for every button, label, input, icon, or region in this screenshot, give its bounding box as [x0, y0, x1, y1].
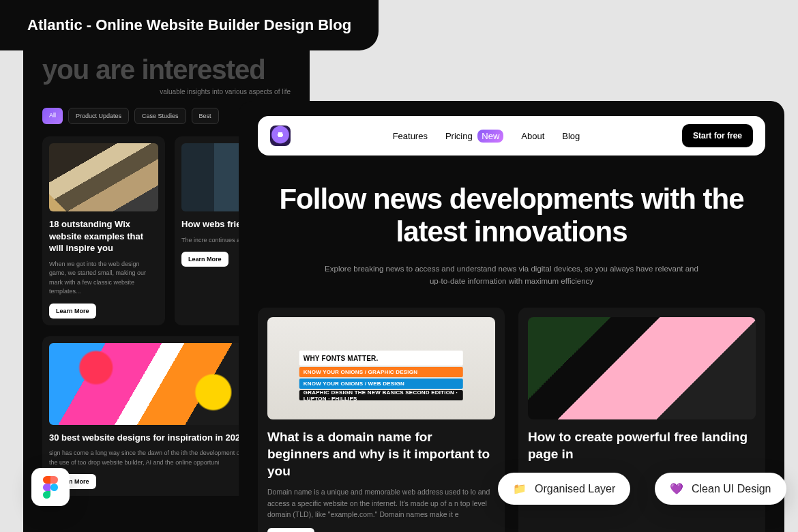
book-spine: WHY FONTS MATTER.	[299, 351, 463, 366]
nav-about[interactable]: About	[521, 131, 544, 141]
learn-more-button[interactable]: Learn More	[267, 528, 314, 532]
pill-label: Clean UI Design	[692, 483, 771, 495]
article-card: WHY FONTS MATTER. KNOW YOUR ONIONS / GRA…	[258, 308, 505, 532]
article-thumbnail: WHY FONTS MATTER. KNOW YOUR ONIONS / GRA…	[267, 317, 495, 419]
article-title: What is a domain name for beginners and …	[267, 429, 495, 479]
card-excerpt: When we got into the web design game, we…	[49, 260, 158, 297]
start-for-free-button[interactable]: Start for free	[682, 124, 753, 147]
left-hero-fragment: you are interested	[42, 55, 291, 85]
nav-blog[interactable]: Blog	[562, 131, 580, 141]
filter-product-updates[interactable]: Product Updates	[68, 108, 129, 124]
hero-heading: Follow news developments with the latest…	[258, 183, 765, 249]
learn-more-button[interactable]: Learn More	[49, 304, 96, 319]
nav-features[interactable]: Features	[393, 131, 428, 141]
product-title-banner: Atlantic - Online Website Builder Design…	[0, 0, 379, 50]
article-title: How to create powerful free landing page…	[528, 429, 756, 462]
nav-pricing[interactable]: Pricing New	[445, 131, 503, 141]
article-thumbnail	[528, 317, 756, 419]
learn-more-button[interactable]: Learn More	[181, 252, 228, 267]
right-preview-panel: Features Pricing New About Blog Start fo…	[239, 101, 784, 532]
pill-label: Organised Layer	[535, 483, 615, 495]
product-title: Atlantic - Online Website Builder Design…	[27, 16, 351, 33]
heart-icon: 💜	[670, 482, 683, 495]
logo-icon[interactable]	[270, 125, 291, 146]
book-stack: WHY FONTS MATTER. KNOW YOUR ONIONS / GRA…	[299, 349, 463, 400]
nav-pricing-label: Pricing	[445, 131, 473, 141]
nav-links: Features Pricing New About Blog	[393, 131, 580, 141]
book-spine: KNOW YOUR ONIONS / GRAPHIC DESIGN	[299, 367, 463, 377]
book-spine: GRAPHIC DESIGN THE NEW BASICS SECOND EDI…	[299, 390, 463, 400]
left-hero-sub: valuable insights into various aspects o…	[42, 88, 291, 95]
mini-card: 18 outstanding Wix website examples that…	[42, 136, 165, 325]
hero-sub: Explore breaking news to access and unde…	[321, 263, 703, 288]
new-badge: New	[477, 130, 503, 143]
article-excerpt: Domain name is a unique and memorable we…	[267, 486, 495, 520]
book-spine: KNOW YOUR ONIONS / WEB DESIGN	[299, 379, 463, 389]
filter-best[interactable]: Best	[192, 108, 219, 124]
folder-icon: 📁	[513, 482, 527, 495]
card-thumbnail	[49, 143, 158, 211]
clean-ui-pill: 💜 Clean UI Design	[655, 473, 786, 505]
filter-case-studies[interactable]: Case Studies	[134, 108, 186, 124]
navbar: Features Pricing New About Blog Start fo…	[258, 116, 765, 156]
card-title: 18 outstanding Wix website examples that…	[49, 218, 158, 254]
organised-layer-pill: 📁 Organised Layer	[498, 473, 630, 505]
filter-all[interactable]: All	[42, 108, 63, 124]
figma-icon	[31, 468, 70, 506]
